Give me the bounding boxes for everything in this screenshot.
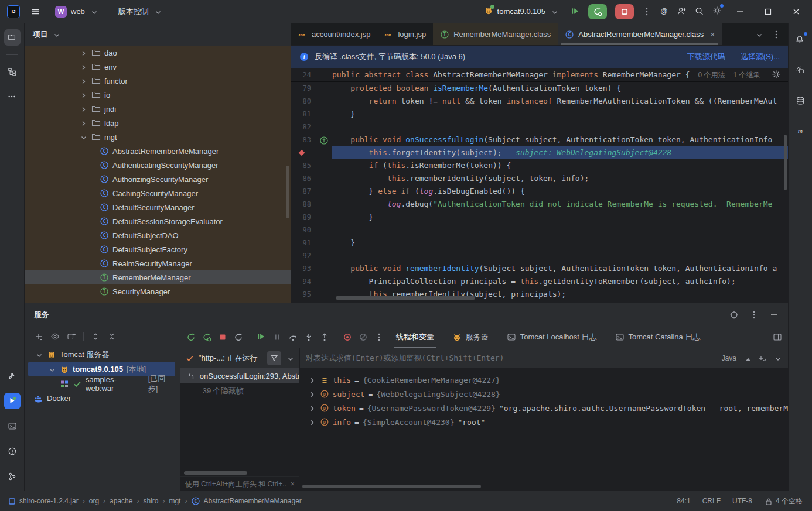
debug-tab[interactable]: Tomcat Catalina 日志	[609, 326, 707, 348]
gutter[interactable]	[315, 135, 332, 145]
maven-toolwindow-button[interactable]: m	[792, 123, 808, 139]
thread-selector[interactable]: "http-...: 正在运行	[180, 348, 299, 368]
variable-row[interactable]: this = {CookieRememberMeManager@4227}	[300, 373, 788, 387]
code-line[interactable]: 79 protected boolean isRememberMe(Authen…	[291, 82, 788, 95]
code-line[interactable]: 83 public void onSuccessfulLogin(Subject…	[291, 133, 788, 146]
chevron-right-icon[interactable]	[79, 104, 88, 114]
editor-vertical-scrollbar[interactable]	[784, 135, 787, 190]
line-number[interactable]: 82	[291, 123, 315, 131]
problems-toolwindow-button[interactable]	[4, 443, 21, 459]
chevron-right-icon[interactable]	[79, 62, 88, 71]
code-line[interactable]: 92	[291, 249, 788, 262]
code-line[interactable]: 86 this.rememberIdentity(subject, token,…	[291, 172, 788, 185]
encoding[interactable]: UTF-8	[732, 497, 752, 505]
chevron-down-icon[interactable]	[79, 132, 88, 142]
breadcrumb-item[interactable]: mgt	[169, 497, 180, 505]
code-line[interactable]: 87 } else if (log.isDebugEnabled()) {	[291, 185, 788, 198]
line-number[interactable]: 89	[291, 213, 315, 221]
vcs-menu[interactable]: 版本控制	[114, 5, 167, 19]
project-tree-item[interactable]: functor	[25, 74, 291, 88]
line-number[interactable]	[291, 148, 315, 157]
inlay-settings-gear-icon[interactable]	[772, 70, 781, 79]
project-tree-item[interactable]: CAbstractRememberMeManager	[25, 144, 291, 158]
git-toolwindow-button[interactable]	[4, 468, 21, 485]
search-everywhere-icon[interactable]	[695, 7, 704, 16]
project-tree-item[interactable]: CRealmSecurityManager	[25, 256, 291, 270]
stack-frame[interactable]: onSuccessfulLogin:293, Abstr	[180, 368, 299, 383]
code-line[interactable]: 89 }	[291, 211, 788, 224]
line-number[interactable]: 88	[291, 200, 315, 208]
more-toolwindows-button[interactable]	[4, 89, 21, 105]
variable-row[interactable]: psubject = {WebDelegatingSubject@4228}	[300, 387, 788, 401]
stack-frame[interactable]: 39 个隐藏帧	[180, 383, 299, 399]
debug-toolwindow-button[interactable]	[4, 393, 21, 409]
project-tree-item[interactable]: CAuthorizingSecurityManager	[25, 172, 291, 186]
tab-list-icon[interactable]	[754, 30, 763, 39]
code-with-me-icon[interactable]	[677, 7, 687, 16]
hide-panel-icon[interactable]	[769, 310, 779, 320]
hint-close-icon[interactable]: ×	[291, 480, 295, 488]
terminal-toolwindow-button[interactable]	[4, 418, 21, 434]
chevron-right-icon[interactable]	[307, 375, 316, 385]
indent-setting[interactable]: 4 个空格	[764, 496, 803, 506]
chevron-down-icon[interactable]	[285, 354, 295, 363]
hide-frames-filter-button[interactable]	[267, 351, 281, 365]
project-tree-item[interactable]: CCachingSecurityManager	[25, 186, 291, 200]
line-number[interactable]: 94	[291, 277, 315, 286]
code-line[interactable]: 91 }	[291, 236, 788, 249]
collapse-all-button[interactable]	[107, 332, 117, 341]
editor-horizontal-scrollbar[interactable]	[336, 296, 475, 300]
line-number[interactable]: 83	[291, 136, 315, 144]
expand-all-button[interactable]	[91, 332, 100, 341]
editor-tab[interactable]: JSPaccount\index.jsp	[291, 23, 377, 45]
breadcrumb-item[interactable]: shiro-core-1.2.4.jar	[7, 496, 79, 506]
debug-resume-button[interactable]	[571, 7, 580, 16]
project-tree-item[interactable]: IRememberMeManager	[25, 270, 291, 284]
code-line[interactable]: 94 PrincipalCollection principals = this…	[291, 275, 788, 288]
usage-inlay[interactable]: 0 个用法	[698, 71, 725, 79]
build-toolwindow-button[interactable]	[4, 368, 21, 384]
mute-bp-button[interactable]	[359, 332, 368, 342]
sticky-line[interactable]: 24 public abstract class AbstractRemembe…	[291, 68, 788, 82]
line-number[interactable]: 91	[291, 239, 315, 247]
add-button[interactable]	[34, 332, 43, 341]
project-tree-item[interactable]: jndi	[25, 102, 291, 116]
tab-options-icon[interactable]	[772, 30, 781, 39]
breadcrumb-item[interactable]: org	[89, 497, 99, 505]
chevron-right-icon[interactable]	[79, 76, 88, 85]
variable-row[interactable]: ptoken = {UsernamePasswordToken@4229} "o…	[300, 401, 788, 415]
project-tree-item[interactable]: ldap	[25, 116, 291, 130]
project-tree-item[interactable]: mgt	[25, 130, 291, 144]
run-config-selector[interactable]: tomcat9.0.105	[484, 6, 559, 17]
editor-tab[interactable]: JSPlogin.jsp	[377, 23, 433, 45]
rerun-button[interactable]	[186, 332, 196, 342]
database-toolwindow-button[interactable]	[792, 92, 808, 109]
choose-sources-link[interactable]: 选择源(S)...	[741, 52, 780, 62]
project-tree-item[interactable]: CDefaultSubjectDAO	[25, 228, 291, 242]
project-tree-item[interactable]: CDefaultSessionStorageEvaluator	[25, 214, 291, 228]
code-line[interactable]: 81 }	[291, 108, 788, 121]
step-into-button[interactable]	[304, 332, 313, 342]
line-number[interactable]: 85	[291, 162, 315, 170]
usage-inlay[interactable]: 1 个继承	[733, 71, 760, 79]
service-tree-item[interactable]: samples-web:war [已同步]	[28, 376, 175, 391]
layout-settings-icon[interactable]	[773, 332, 782, 342]
pause-button[interactable]	[272, 332, 282, 342]
project-tree-item[interactable]: CAuthenticatingSecurityManager	[25, 158, 291, 172]
main-menu-icon[interactable]	[30, 7, 40, 16]
debug-tab[interactable]: 服务器	[446, 326, 494, 348]
code-line[interactable]: 82	[291, 121, 788, 133]
view-bp-button[interactable]	[343, 332, 352, 342]
step-out-button[interactable]	[320, 332, 329, 342]
breakpoint-icon[interactable]	[297, 148, 306, 157]
line-number[interactable]: 81	[291, 110, 315, 118]
line-number[interactable]: 92	[291, 252, 315, 260]
remote-toolwindow-button[interactable]	[792, 62, 808, 78]
variable-row[interactable]: pinfo = {SimpleAccount@4230} "root"	[300, 415, 788, 429]
code-line[interactable]: 85 if (this.isRememberMe(token)) {	[291, 159, 788, 172]
chevron-down-icon[interactable]	[34, 350, 43, 359]
update-button[interactable]	[202, 332, 211, 342]
project-tree-item[interactable]: CDefaultSecurityManager	[25, 200, 291, 214]
frames-scrollbar[interactable]	[184, 471, 247, 475]
code-line[interactable]: 88 log.debug("AuthenticationToken did no…	[291, 198, 788, 211]
